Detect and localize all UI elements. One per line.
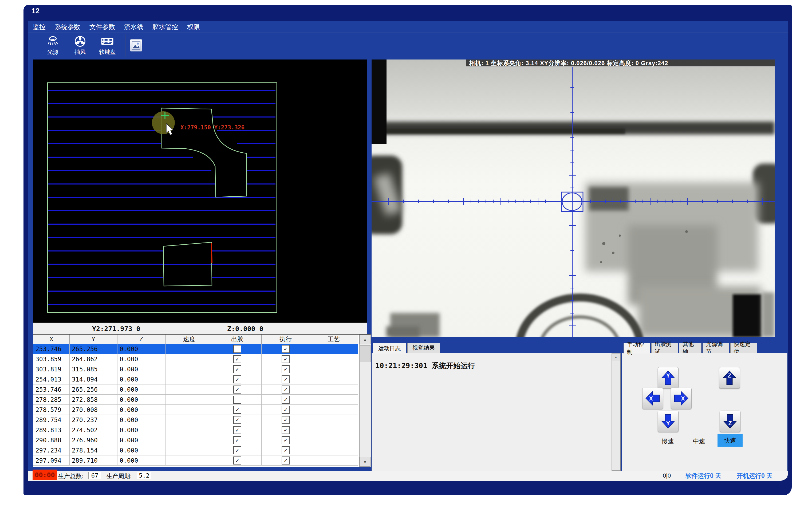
table-cell-glue[interactable]: ✓ bbox=[213, 415, 262, 425]
exec-checkbox[interactable]: ✓ bbox=[281, 385, 290, 394]
table-cell-y[interactable]: 265.256 bbox=[70, 384, 117, 395]
exec-checkbox[interactable]: ✓ bbox=[281, 426, 290, 434]
glue-checkbox[interactable]: ✓ bbox=[233, 365, 241, 373]
table-cell-glue[interactable]: ✓ bbox=[213, 435, 262, 445]
glue-checkbox[interactable]: ✓ bbox=[233, 416, 241, 424]
exec-checkbox[interactable]: ✓ bbox=[281, 436, 290, 444]
table-cell-x[interactable]: 278.579 bbox=[33, 405, 70, 415]
speed-option-0[interactable]: 慢速 bbox=[662, 437, 674, 445]
table-cell-x[interactable]: 278.285 bbox=[33, 395, 70, 405]
table-cell-glue[interactable]: ✓ bbox=[213, 425, 262, 435]
scroll-down-icon[interactable]: ▼ bbox=[360, 457, 371, 467]
tab-control-3[interactable]: 光源调节 bbox=[702, 343, 729, 353]
table-cell-z[interactable]: 0.000 bbox=[117, 415, 165, 425]
tab-control-0[interactable]: 手动控制 bbox=[624, 343, 650, 353]
table-cell-speed[interactable] bbox=[165, 435, 213, 445]
menu-item-4[interactable]: 流水线 bbox=[120, 21, 148, 32]
table-cell-y[interactable]: 272.858 bbox=[70, 395, 117, 405]
tab-control-1[interactable]: 出胶测试 bbox=[651, 343, 678, 353]
table-cell-speed[interactable] bbox=[165, 415, 213, 425]
table-cell-craft[interactable] bbox=[310, 354, 358, 364]
table-cell-craft[interactable] bbox=[310, 425, 358, 435]
table-cell-y[interactable]: 264.862 bbox=[70, 354, 117, 364]
table-cell-craft[interactable] bbox=[310, 344, 358, 354]
table-cell-speed[interactable] bbox=[165, 374, 213, 384]
table-cell-y[interactable]: 278.154 bbox=[70, 445, 117, 455]
table-cell-exec[interactable]: ✓ bbox=[262, 384, 310, 395]
table-cell-z[interactable]: 0.000 bbox=[117, 445, 165, 455]
table-cell-craft[interactable] bbox=[310, 435, 358, 445]
menu-item-5[interactable]: 胶水管控 bbox=[148, 21, 183, 32]
table-cell-craft[interactable] bbox=[310, 364, 358, 374]
table-cell-y[interactable]: 270.237 bbox=[70, 415, 117, 425]
table-cell-x[interactable]: 253.746 bbox=[33, 344, 70, 354]
speed-option-2[interactable]: 快速 bbox=[717, 434, 743, 446]
table-cell-craft[interactable] bbox=[310, 455, 358, 466]
table-cell-z[interactable]: 0.000 bbox=[117, 395, 165, 405]
table-cell-exec[interactable]: ✓ bbox=[262, 425, 310, 435]
table-cell-speed[interactable] bbox=[165, 354, 213, 364]
tab-log-0[interactable]: 运动日志 bbox=[373, 343, 406, 353]
table-cell-glue[interactable]: ✓ bbox=[213, 364, 262, 374]
table-cell-exec[interactable]: ✓ bbox=[262, 435, 310, 445]
camera-view[interactable]: 相机: 1 坐标系夹角: 3.14 XY分辨率: 0.026/0.026 标定高… bbox=[372, 59, 774, 337]
table-cell-speed[interactable] bbox=[165, 455, 213, 466]
toolbar-button-fan[interactable]: 抽风 bbox=[69, 35, 91, 56]
design-canvas[interactable]: X:279.150 Y:273.326 bbox=[33, 59, 367, 323]
exec-checkbox[interactable]: ✓ bbox=[281, 406, 290, 414]
glue-checkbox[interactable]: ✓ bbox=[233, 456, 241, 465]
table-cell-y[interactable]: 274.502 bbox=[70, 425, 117, 435]
glue-checkbox[interactable]: ✓ bbox=[233, 426, 241, 434]
table-cell-z[interactable]: 0.000 bbox=[117, 374, 165, 384]
table-cell-exec[interactable]: ✓ bbox=[262, 395, 310, 405]
scroll-up-icon[interactable]: ▲ bbox=[360, 335, 371, 344]
scroll-thumb[interactable] bbox=[360, 345, 371, 362]
jog-y-plus-button[interactable]: Y bbox=[658, 367, 679, 388]
table-cell-glue[interactable]: ✓ bbox=[213, 384, 262, 395]
glue-checkbox[interactable]: ✓ bbox=[233, 355, 241, 363]
table-cell-x[interactable]: 297.094 bbox=[33, 455, 70, 466]
table-cell-glue[interactable]: ✓ bbox=[213, 354, 262, 364]
table-cell-glue[interactable]: ✓ bbox=[213, 374, 262, 384]
table-cell-x[interactable]: 289.813 bbox=[33, 425, 70, 435]
jog-z-plus-button[interactable]: Z bbox=[719, 367, 740, 388]
table-cell-speed[interactable] bbox=[165, 364, 213, 374]
glue-checkbox[interactable]: ✓ bbox=[233, 376, 241, 383]
table-cell-speed[interactable] bbox=[165, 445, 213, 455]
log-scrollbar[interactable]: ▲ ▼ bbox=[611, 353, 620, 479]
table-cell-speed[interactable] bbox=[165, 344, 213, 354]
exec-checkbox[interactable]: ✓ bbox=[281, 396, 290, 404]
table-cell-craft[interactable] bbox=[310, 445, 358, 455]
table-cell-z[interactable]: 0.000 bbox=[117, 405, 165, 415]
exec-checkbox[interactable]: ✓ bbox=[281, 355, 290, 363]
table-cell-speed[interactable] bbox=[165, 425, 213, 435]
jog-x-plus-button[interactable]: X bbox=[671, 388, 692, 409]
table-cell-craft[interactable] bbox=[310, 405, 358, 415]
table-cell-craft[interactable] bbox=[310, 384, 358, 395]
jog-x-minus-button[interactable]: X bbox=[642, 388, 663, 409]
table-cell-y[interactable]: 265.256 bbox=[70, 344, 117, 354]
table-cell-exec[interactable]: ✓ bbox=[262, 415, 310, 425]
table-cell-speed[interactable] bbox=[165, 384, 213, 395]
table-cell-y[interactable]: 270.008 bbox=[70, 405, 117, 415]
table-cell-y[interactable]: 276.960 bbox=[70, 435, 117, 445]
table-cell-glue[interactable]: ✓ bbox=[213, 405, 262, 415]
table-cell-speed[interactable] bbox=[165, 395, 213, 405]
table-cell-glue[interactable] bbox=[213, 344, 262, 354]
table-cell-z[interactable]: 0.000 bbox=[117, 425, 165, 435]
table-cell-z[interactable]: 0.000 bbox=[117, 344, 165, 354]
menu-item-6[interactable]: 权限 bbox=[183, 21, 204, 32]
table-cell-exec[interactable]: ✓ bbox=[262, 374, 310, 384]
speed-option-1[interactable]: 中速 bbox=[693, 437, 705, 445]
table-cell-exec[interactable]: ✓ bbox=[262, 364, 310, 374]
table-cell-x[interactable]: 289.754 bbox=[33, 415, 70, 425]
table-scrollbar[interactable]: ▲ ▼ bbox=[359, 335, 371, 467]
table-cell-exec[interactable]: ✓ bbox=[262, 455, 310, 466]
table-cell-glue[interactable] bbox=[213, 395, 262, 405]
table-cell-y[interactable]: 315.085 bbox=[70, 364, 117, 374]
tab-control-4[interactable]: 快速定位 bbox=[730, 343, 757, 353]
jog-z-minus-button[interactable]: Z bbox=[720, 411, 740, 432]
table-cell-speed[interactable] bbox=[165, 405, 213, 415]
table-cell-x[interactable]: 303.819 bbox=[33, 364, 70, 374]
glue-checkbox[interactable] bbox=[233, 396, 241, 404]
